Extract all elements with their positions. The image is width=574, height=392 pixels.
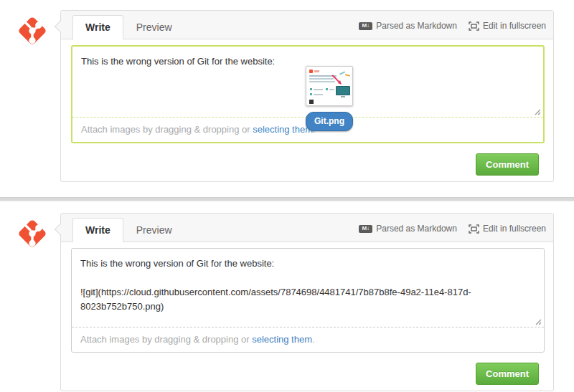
drop-zone: This is the wrong version of Git for the… [71,248,545,353]
tab-write[interactable]: Write [72,218,123,242]
comment-textarea[interactable]: This is the wrong version of Git for the… [72,47,543,118]
selecting-them-link[interactable]: selecting them [253,124,313,135]
comment-caret [55,223,61,236]
comment-textarea[interactable]: This is the wrong version of Git for the… [72,249,544,328]
edit-in-fullscreen-label: Edit in fullscreen [483,224,546,234]
resize-grip[interactable] [534,317,542,325]
tab-preview[interactable]: Preview [123,15,185,39]
comment-text-line1: This is the wrong version of Git for the… [80,257,535,271]
comment-card: Write Preview M↓ Parsed as Markdown E [60,213,554,391]
attach-text-before: Attach images by dragging & dropping or [80,334,252,345]
markdown-icon: M↓ [359,22,372,30]
comment-body: This is the wrong version of Git for the… [61,242,553,391]
resize-grip[interactable] [533,107,541,115]
parsed-as-markdown-hint[interactable]: M↓ Parsed as Markdown [359,224,457,234]
comment-form-dragdrop: Write Preview M↓ Parsed as Markdown E [0,0,574,201]
tab-bar: Write Preview M↓ Parsed as Markdown E [61,214,553,242]
drop-zone-active: This is the wrong version of Git for the… [71,45,545,143]
parsed-as-markdown-label: Parsed as Markdown [376,224,457,234]
tab-write[interactable]: Write [72,15,123,39]
tab-bar-right: M↓ Parsed as Markdown Edit in fullscreen [359,21,546,39]
edit-in-fullscreen-button[interactable]: Edit in fullscreen [469,21,546,31]
tab-bar: Write Preview M↓ Parsed as Markdown E [61,11,553,39]
comment-form-markdown: Write Preview M↓ Parsed as Markdown E [0,201,574,391]
dragged-filename-badge: Git.png [306,112,353,131]
comment-button[interactable]: Comment [476,363,539,385]
selecting-them-link[interactable]: selecting them [252,334,312,345]
thumbnail-red-arrow [331,75,344,86]
markdown-icon: M↓ [359,225,372,233]
comment-actions: Comment [71,353,545,391]
attach-text-before: Attach images by dragging & dropping or [81,124,253,135]
attach-text-after: . [312,334,315,345]
parsed-as-markdown-hint[interactable]: M↓ Parsed as Markdown [359,21,457,31]
comment-actions: Comment [71,143,545,181]
git-logo-avatar [11,10,53,52]
attach-images-bar: Attach images by dragging & dropping or … [72,328,544,352]
edit-in-fullscreen-button[interactable]: Edit in fullscreen [469,224,546,234]
comment-card: Write Preview M↓ Parsed as Markdown E [60,10,554,182]
dragged-attachment[interactable]: Git.png [306,66,353,131]
git-logo-avatar [11,213,53,254]
fullscreen-icon [469,21,479,31]
tab-preview[interactable]: Preview [123,218,185,242]
comment-caret [55,20,61,33]
dragged-image-thumbnail[interactable] [306,66,353,106]
tab-bar-right: M↓ Parsed as Markdown Edit in fullscreen [359,224,546,242]
fullscreen-icon [469,224,479,234]
edit-in-fullscreen-label: Edit in fullscreen [483,21,546,31]
parsed-as-markdown-label: Parsed as Markdown [376,21,457,31]
comment-body: This is the wrong version of Git for the… [61,39,553,181]
comment-markdown-line: ![git](https://cloud.githubusercontent.c… [80,285,535,314]
comment-button[interactable]: Comment [476,153,539,176]
